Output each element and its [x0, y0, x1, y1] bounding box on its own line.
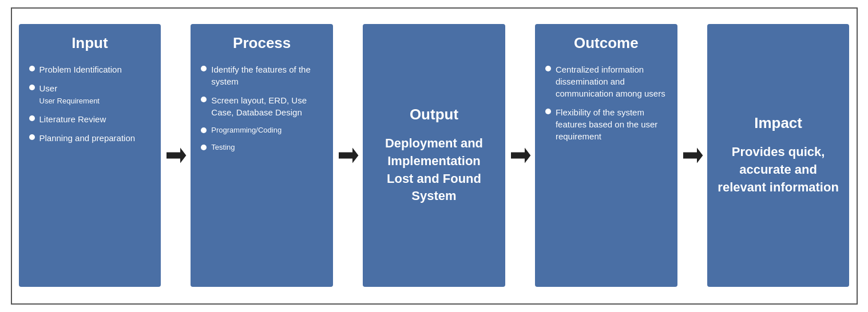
- arrow-1: [164, 24, 187, 287]
- input-list: Problem Identification UserUser Requirem…: [29, 63, 151, 151]
- bullet-icon: [201, 66, 207, 71]
- bullet-icon: [201, 127, 207, 133]
- input-item-1: Problem Identification: [39, 63, 122, 75]
- outcome-item-2: Flexibility of the system features based…: [556, 106, 667, 142]
- diagram-container: Input Problem Identification UserUser Re…: [19, 15, 850, 295]
- process-item-3: Programming/Coding: [211, 125, 282, 135]
- list-item: Literature Review: [29, 113, 151, 125]
- process-title: Process: [201, 34, 323, 52]
- impact-box: Impact Provides quick, accurate and rele…: [707, 24, 850, 287]
- bullet-icon: [29, 134, 35, 140]
- list-item: UserUser Requirement: [29, 82, 151, 106]
- diagram-wrapper: Input Problem Identification UserUser Re…: [11, 7, 858, 305]
- process-item-4: Testing: [211, 142, 235, 153]
- output-center-text: Deployment and Implementation Lost and F…: [373, 135, 495, 205]
- bullet-icon: [201, 145, 207, 150]
- svg-marker-0: [167, 147, 186, 163]
- input-item-4: Planning and preparation: [39, 132, 136, 144]
- outcome-box: Outcome Centralized information dissemin…: [535, 24, 677, 287]
- svg-marker-3: [683, 147, 703, 163]
- impact-title: Impact: [718, 114, 839, 132]
- bullet-icon: [545, 109, 551, 114]
- process-item-2: Screen layout, ERD, Use Case, Database D…: [211, 94, 323, 118]
- input-title: Input: [29, 34, 151, 52]
- input-item-2: UserUser Requirement: [39, 82, 100, 106]
- list-item: Screen layout, ERD, Use Case, Database D…: [201, 94, 323, 118]
- bullet-icon: [545, 66, 551, 71]
- list-item: Problem Identification: [29, 63, 151, 75]
- list-item: Identify the features of the system: [201, 63, 323, 87]
- bullet-icon: [201, 97, 207, 102]
- outcome-list: Centralized information dissemination an…: [545, 63, 667, 149]
- list-item: Planning and preparation: [29, 132, 151, 144]
- bullet-icon: [29, 85, 35, 90]
- output-box: Output Deployment and Implementation Los…: [363, 24, 505, 287]
- input-box: Input Problem Identification UserUser Re…: [19, 24, 161, 287]
- list-item: Flexibility of the system features based…: [545, 106, 667, 142]
- list-item: Programming/Coding: [201, 125, 323, 135]
- impact-center-text: Provides quick, accurate and relevant in…: [718, 143, 839, 196]
- outcome-item-1: Centralized information dissemination an…: [556, 63, 667, 99]
- svg-marker-2: [511, 147, 530, 163]
- list-item: Centralized information dissemination an…: [545, 63, 667, 99]
- outcome-title: Outcome: [545, 34, 667, 52]
- arrow-2: [336, 24, 359, 287]
- svg-marker-1: [339, 147, 358, 163]
- arrow-3: [509, 24, 532, 287]
- process-box: Process Identify the features of the sys…: [191, 24, 333, 287]
- process-list: Identify the features of the system Scre…: [201, 63, 323, 159]
- bullet-icon: [29, 115, 35, 121]
- list-item: Testing: [201, 142, 323, 153]
- process-item-1: Identify the features of the system: [211, 63, 323, 87]
- arrow-4: [681, 24, 704, 287]
- bullet-icon: [29, 66, 35, 71]
- input-item-3: Literature Review: [39, 113, 106, 125]
- output-title: Output: [373, 106, 495, 123]
